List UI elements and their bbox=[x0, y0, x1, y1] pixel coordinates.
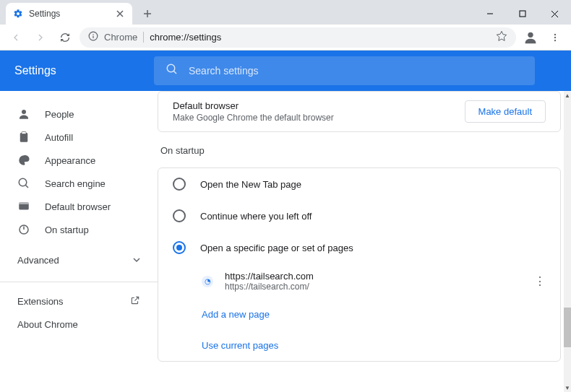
scroll-down-icon[interactable]: ▼ bbox=[564, 383, 571, 392]
titlebar: Settings bbox=[0, 0, 571, 25]
scroll-thumb[interactable] bbox=[564, 308, 571, 347]
svg-rect-8 bbox=[20, 133, 28, 142]
svg-rect-0 bbox=[520, 11, 525, 17]
search-input[interactable] bbox=[189, 65, 523, 77]
default-browser-title: Default browser bbox=[173, 100, 334, 111]
default-browser-subtitle: Make Google Chrome the default browser bbox=[173, 113, 334, 123]
bookmark-icon[interactable] bbox=[496, 30, 507, 44]
radio-new-tab[interactable]: Open the New Tab page bbox=[158, 168, 560, 200]
info-icon bbox=[88, 31, 98, 43]
window-controls bbox=[473, 3, 571, 25]
clipboard-icon bbox=[17, 131, 30, 144]
maximize-button[interactable] bbox=[506, 3, 538, 25]
default-browser-card: Default browser Make Google Chrome the d… bbox=[158, 91, 561, 132]
close-icon[interactable] bbox=[115, 9, 125, 19]
svg-rect-9 bbox=[22, 132, 26, 134]
on-startup-title: On startup bbox=[160, 145, 561, 156]
sidebar-item-label: Appearance bbox=[45, 155, 95, 166]
add-new-page-link[interactable]: Add a new page bbox=[158, 299, 560, 330]
content-area: Default browser Make Google Chrome the d… bbox=[158, 91, 571, 392]
sidebar-item-label: Search engine bbox=[45, 178, 106, 189]
sidebar-item-label: Default browser bbox=[45, 201, 111, 212]
minimize-button[interactable] bbox=[473, 3, 506, 25]
main-area: People Autofill Appearance Search engine… bbox=[0, 91, 571, 392]
use-current-pages-link[interactable]: Use current pages bbox=[158, 330, 560, 361]
radio-label: Open the New Tab page bbox=[200, 179, 301, 190]
palette-icon bbox=[17, 154, 30, 167]
svg-point-5 bbox=[554, 39, 556, 40]
address-bar[interactable]: Chrome chrome://settings bbox=[80, 27, 516, 48]
sidebar-item-appearance[interactable]: Appearance bbox=[0, 149, 158, 172]
radio-icon bbox=[173, 209, 186, 222]
sidebar-item-people[interactable]: People bbox=[0, 103, 158, 126]
menu-button[interactable] bbox=[545, 27, 565, 48]
sidebar: People Autofill Appearance Search engine… bbox=[0, 91, 158, 392]
gear-icon bbox=[13, 9, 23, 19]
make-default-button[interactable]: Make default bbox=[465, 100, 546, 123]
sidebar-item-search-engine[interactable]: Search engine bbox=[0, 172, 158, 195]
tab-title: Settings bbox=[29, 9, 60, 19]
search-icon bbox=[166, 63, 179, 79]
page-title: Settings bbox=[14, 64, 141, 77]
sidebar-extensions[interactable]: Extensions bbox=[0, 289, 158, 313]
power-icon bbox=[17, 223, 30, 236]
new-tab-button[interactable] bbox=[138, 4, 157, 23]
on-startup-card: Open the New Tab page Continue where you… bbox=[158, 167, 561, 362]
person-icon bbox=[17, 108, 30, 121]
radio-label: Open a specific page or set of pages bbox=[200, 243, 353, 253]
svg-point-10 bbox=[19, 178, 27, 186]
reload-button[interactable] bbox=[55, 27, 75, 48]
browser-tab[interactable]: Settings bbox=[6, 3, 132, 25]
url-text: chrome://settings bbox=[150, 32, 221, 43]
more-icon[interactable]: ⋮ bbox=[534, 274, 546, 288]
scroll-up-icon[interactable]: ▲ bbox=[564, 91, 571, 100]
divider bbox=[0, 282, 158, 282]
browser-icon bbox=[17, 200, 30, 213]
svg-point-2 bbox=[528, 32, 533, 37]
svg-point-3 bbox=[554, 33, 556, 35]
advanced-footer[interactable]: Advanced bbox=[158, 375, 561, 392]
svg-point-4 bbox=[554, 36, 556, 38]
startup-page-url: https://tailsearch.com/ bbox=[225, 282, 314, 292]
sidebar-advanced-label: Advanced bbox=[17, 255, 59, 266]
back-button[interactable] bbox=[6, 27, 26, 48]
sidebar-item-label: On startup bbox=[45, 225, 89, 235]
profile-button[interactable] bbox=[520, 27, 541, 48]
search-icon bbox=[17, 177, 30, 190]
svg-rect-12 bbox=[19, 202, 29, 204]
radio-icon bbox=[173, 178, 186, 191]
sidebar-advanced[interactable]: Advanced bbox=[0, 245, 158, 274]
settings-header: Settings bbox=[0, 51, 571, 91]
sidebar-extensions-label: Extensions bbox=[17, 296, 64, 307]
svg-point-6 bbox=[167, 64, 175, 72]
close-button[interactable] bbox=[538, 3, 571, 25]
external-link-icon bbox=[130, 295, 140, 308]
sidebar-item-on-startup[interactable]: On startup bbox=[0, 218, 158, 241]
radio-icon bbox=[173, 241, 186, 254]
sidebar-item-autofill[interactable]: Autofill bbox=[0, 126, 158, 149]
startup-page-title: https://tailsearch.com bbox=[225, 271, 314, 282]
browser-toolbar: Chrome chrome://settings bbox=[0, 25, 571, 51]
url-scheme: Chrome bbox=[104, 32, 144, 43]
sidebar-item-label: Autofill bbox=[45, 132, 73, 143]
sidebar-item-default-browser[interactable]: Default browser bbox=[0, 195, 158, 218]
chevron-down-icon bbox=[133, 255, 140, 266]
sidebar-about-label: About Chrome bbox=[17, 319, 78, 330]
forward-button[interactable] bbox=[30, 27, 51, 48]
radio-continue[interactable]: Continue where you left off bbox=[158, 200, 560, 232]
sidebar-item-label: People bbox=[45, 109, 74, 120]
sidebar-about-chrome[interactable]: About Chrome bbox=[0, 313, 158, 336]
radio-label: Continue where you left off bbox=[200, 211, 312, 222]
favicon-icon: ◔ bbox=[202, 276, 213, 287]
svg-point-7 bbox=[22, 110, 26, 114]
startup-page-entry: ◔ https://tailsearch.com https://tailsea… bbox=[158, 263, 560, 299]
radio-specific-page[interactable]: Open a specific page or set of pages bbox=[158, 232, 560, 263]
settings-search[interactable] bbox=[154, 56, 535, 85]
scrollbar[interactable]: ▲ ▼ bbox=[564, 91, 571, 392]
